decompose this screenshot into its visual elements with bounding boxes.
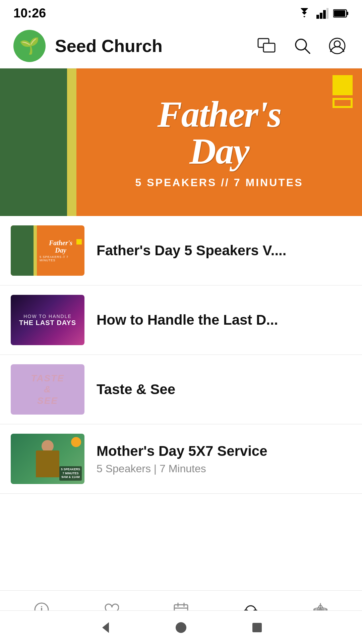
back-button[interactable] [95,618,115,638]
thumbnail-taste-see: TASTE&SEE [11,364,84,415]
hero-banner[interactable]: Father's Day 5 SPEAKERS // 7 MINUTES [0,68,362,216]
list-item[interactable]: HOW TO HANDLE THE LAST DAYS How to Handl… [0,285,362,355]
thumbnail-fathers-day: Father'sDay 5 SPEAKERS // 7 MINUTES [11,225,84,276]
header-action-icons [255,35,349,57]
svg-point-12 [334,41,340,47]
svg-rect-8 [263,43,275,52]
hero-subtitle: 5 SPEAKERS // 7 MINUTES [135,176,303,189]
svg-point-26 [176,622,186,633]
svg-rect-27 [252,623,262,632]
hero-orange-content: Father's Day 5 SPEAKERS // 7 MINUTES [76,68,362,216]
search-icon [294,37,311,55]
content-item-text: Father's Day 5 Speakers V.... [97,242,351,259]
content-item-text: Mother's Day 5X7 Service 5 Speakers | 7 … [97,443,351,475]
home-button[interactable] [171,618,191,638]
content-item-text: How to Handle the Last D... [97,312,351,328]
home-icon [174,621,188,634]
content-item-title: Taste & See [97,381,351,398]
signal-icon [316,8,328,19]
recents-button[interactable] [247,618,267,638]
status-icons [297,8,349,19]
content-item-subtitle: 5 Speakers | 7 Minutes [97,463,351,475]
battery-icon [333,9,349,18]
content-item-title: Mother's Day 5X7 Service [97,443,351,460]
svg-line-10 [305,48,310,53]
app-title: Seed Church [55,36,255,56]
svg-rect-6 [347,12,348,15]
svg-rect-3 [326,8,328,19]
content-item-title: Father's Day 5 Speakers V.... [97,242,351,259]
header: 🌱 Seed Church [0,24,362,68]
content-list: Father'sDay 5 SPEAKERS // 7 MINUTES Fath… [0,216,362,494]
hero-yellow-box2 [333,98,353,108]
hero-yellow-strip [67,68,76,216]
profile-icon [328,37,346,55]
android-nav-bar [0,610,362,644]
content-item-text: Taste & See [97,381,351,398]
messages-icon [257,38,276,54]
profile-button[interactable] [326,35,349,57]
thumbnail-last-days: HOW TO HANDLE THE LAST DAYS [11,295,84,345]
svg-rect-1 [320,13,322,19]
svg-rect-0 [316,15,319,19]
list-item[interactable]: 5 SPEAKERS7 MINUTES9AM & 11AM Mother's D… [0,424,362,494]
messages-button[interactable] [255,35,279,57]
nav-spacer [0,494,362,588]
app-logo: 🌱 [13,30,46,62]
hero-green-panel [0,68,67,216]
content-item-title: How to Handle the Last D... [97,312,351,328]
list-item[interactable]: Father'sDay 5 SPEAKERS // 7 MINUTES Fath… [0,216,362,285]
recents-icon [250,621,264,634]
status-time: 10:26 [13,6,46,20]
hero-title: Father's Day [157,96,281,170]
svg-rect-2 [323,10,326,19]
svg-rect-5 [334,10,345,16]
wifi-icon [297,8,312,19]
search-button[interactable] [291,35,314,57]
thumbnail-mothers-day: 5 SPEAKERS7 MINUTES9AM & 11AM [11,434,84,484]
logo-leaf-icon: 🌱 [19,37,40,55]
back-icon [97,620,113,636]
status-bar: 10:26 [0,0,362,24]
list-item[interactable]: TASTE&SEE Taste & See [0,355,362,424]
hero-yellow-box [333,75,353,95]
svg-marker-25 [102,622,109,633]
